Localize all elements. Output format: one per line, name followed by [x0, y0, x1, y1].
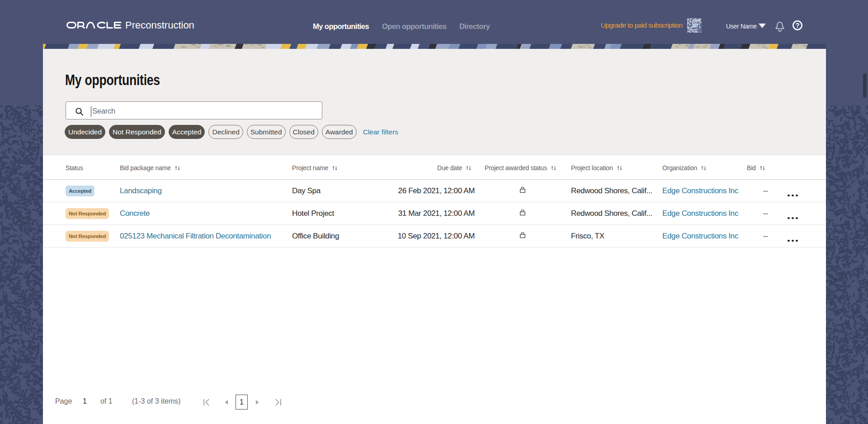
svg-text:?: ?	[795, 21, 799, 29]
svg-text:JP: JP	[691, 23, 698, 29]
